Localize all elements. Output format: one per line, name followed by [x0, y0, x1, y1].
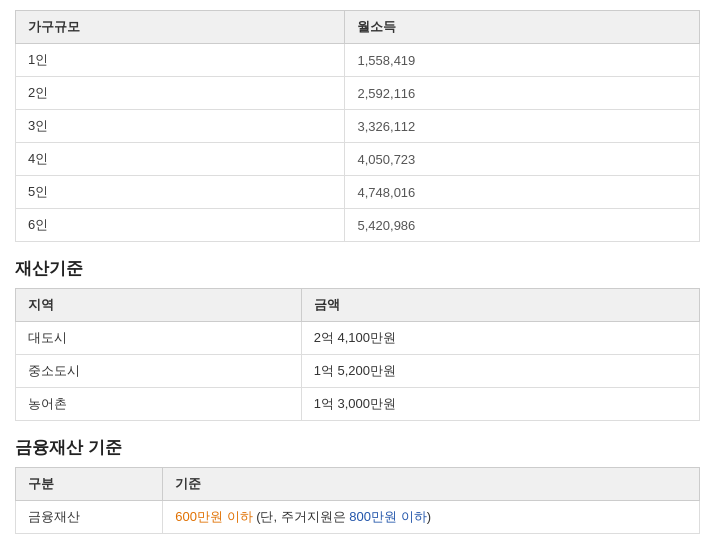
financial-col2-header: 기준: [163, 468, 700, 501]
region: 농어촌: [16, 388, 302, 421]
criteria-close: ): [427, 509, 431, 524]
table-row: 2인 2,592,116: [16, 77, 700, 110]
financial-col1-header: 구분: [16, 468, 163, 501]
table-row: 3인 3,326,112: [16, 110, 700, 143]
income-col1-header: 가구규모: [16, 11, 345, 44]
assets-table: 지역 금액 대도시 2억 4,100만원 중소도시 1억 5,200만원 농어촌…: [15, 288, 700, 421]
financial-title: 금융재산 기준: [15, 436, 700, 459]
income-table: 가구규모 월소득 1인 1,558,419 2인 2,592,116 3인 3,…: [15, 10, 700, 242]
household-size: 1인: [16, 44, 345, 77]
financial-criteria: 600만원 이하 (단, 주거지원은 800만원 이하): [163, 501, 700, 534]
income-value: 2,592,116: [345, 77, 700, 110]
table-row: 1인 1,558,419: [16, 44, 700, 77]
amount: 2억 4,100만원: [301, 322, 699, 355]
table-row: 4인 4,050,723: [16, 143, 700, 176]
household-size: 6인: [16, 209, 345, 242]
income-value: 4,050,723: [345, 143, 700, 176]
table-row: 5인 4,748,016: [16, 176, 700, 209]
table-row: 금융재산 600만원 이하 (단, 주거지원은 800만원 이하): [16, 501, 700, 534]
criteria-main: 600만원 이하: [175, 509, 252, 524]
income-value: 1,558,419: [345, 44, 700, 77]
household-size: 2인: [16, 77, 345, 110]
table-row: 대도시 2억 4,100만원: [16, 322, 700, 355]
income-value: 3,326,112: [345, 110, 700, 143]
household-size: 3인: [16, 110, 345, 143]
criteria-note-amount: 800만원 이하: [349, 509, 426, 524]
income-value: 5,420,986: [345, 209, 700, 242]
income-value: 4,748,016: [345, 176, 700, 209]
assets-col1-header: 지역: [16, 289, 302, 322]
region: 중소도시: [16, 355, 302, 388]
table-row: 중소도시 1억 5,200만원: [16, 355, 700, 388]
household-size: 5인: [16, 176, 345, 209]
financial-table: 구분 기준 금융재산 600만원 이하 (단, 주거지원은 800만원 이하): [15, 467, 700, 534]
region: 대도시: [16, 322, 302, 355]
amount: 1억 5,200만원: [301, 355, 699, 388]
household-size: 4인: [16, 143, 345, 176]
assets-title: 재산기준: [15, 257, 700, 280]
income-col2-header: 월소득: [345, 11, 700, 44]
table-row: 6인 5,420,986: [16, 209, 700, 242]
financial-category: 금융재산: [16, 501, 163, 534]
table-row: 농어촌 1억 3,000만원: [16, 388, 700, 421]
assets-col2-header: 금액: [301, 289, 699, 322]
amount: 1억 3,000만원: [301, 388, 699, 421]
criteria-note: (단, 주거지원은: [256, 509, 349, 524]
